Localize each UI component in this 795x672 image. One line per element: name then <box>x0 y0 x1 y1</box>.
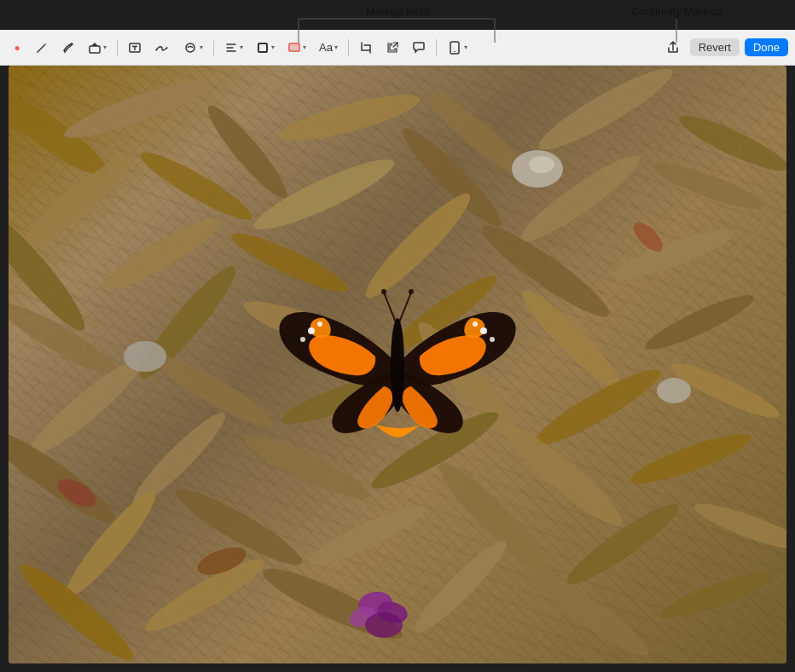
color-icon <box>287 41 301 55</box>
svg-point-51 <box>304 498 430 574</box>
separator-4 <box>436 39 437 56</box>
align-chevron: ▾ <box>240 43 243 51</box>
annotation-chevron: ▾ <box>200 43 203 51</box>
svg-point-48 <box>627 426 756 492</box>
crop-tool-button[interactable] <box>354 37 378 59</box>
border-tool-button[interactable]: ▾ <box>251 37 280 59</box>
svg-point-78 <box>391 318 404 412</box>
svg-point-28 <box>357 185 479 307</box>
svg-point-63 <box>124 341 166 372</box>
toolbar: ● ▾ <box>0 30 795 66</box>
resize-tool-button[interactable] <box>380 37 404 59</box>
window-control-button[interactable]: ● <box>7 37 27 59</box>
svg-point-37 <box>21 350 150 465</box>
resize-icon <box>386 41 399 55</box>
svg-rect-9 <box>290 44 299 50</box>
separator-1 <box>117 39 118 56</box>
svg-rect-7 <box>258 43 267 52</box>
svg-rect-4 <box>90 46 100 53</box>
continuity-chevron: ▾ <box>464 43 467 51</box>
text-icon <box>128 41 142 55</box>
marker-tool-button[interactable] <box>56 37 80 59</box>
marker-icon <box>61 41 75 55</box>
separator-2 <box>213 39 214 56</box>
share-button[interactable] <box>661 37 685 59</box>
separator-3 <box>348 39 349 56</box>
svg-point-24 <box>648 155 768 217</box>
color-chevron: ▾ <box>303 43 306 51</box>
svg-point-81 <box>381 289 386 294</box>
svg-point-82 <box>409 289 414 294</box>
annotation-tool-button[interactable]: ▾ <box>177 37 208 59</box>
svg-point-71 <box>365 612 403 638</box>
svg-point-6 <box>186 43 194 52</box>
svg-point-74 <box>300 337 305 342</box>
speech-bubble-icon <box>412 41 426 55</box>
shapes-chevron: ▾ <box>103 43 107 51</box>
svg-point-77 <box>490 337 495 342</box>
svg-point-60 <box>657 565 776 626</box>
svg-point-15 <box>276 86 423 150</box>
svg-line-79 <box>384 293 396 322</box>
scene-svg <box>9 66 786 663</box>
align-icon <box>224 41 238 55</box>
continuity-tool-button[interactable]: ▾ <box>442 37 473 59</box>
color-tool-button[interactable]: ▾ <box>282 37 311 59</box>
speech-bubble-tool-button[interactable] <box>407 37 431 59</box>
svg-point-27 <box>227 225 353 301</box>
svg-point-73 <box>317 322 322 327</box>
svg-point-54 <box>691 496 786 558</box>
photo-scene <box>9 66 786 663</box>
svg-point-76 <box>473 322 478 327</box>
border-chevron: ▾ <box>271 43 275 51</box>
svg-point-36 <box>641 287 758 358</box>
close-dot: ● <box>14 42 20 54</box>
svg-point-75 <box>480 327 487 334</box>
share-icon <box>666 41 680 55</box>
font-tool-button[interactable]: Aa ▾ <box>314 37 343 59</box>
image-canvas <box>9 66 786 663</box>
svg-point-17 <box>532 66 680 160</box>
svg-point-64 <box>657 378 691 403</box>
svg-line-80 <box>399 293 411 322</box>
continuity-markup-label: Continuity Markup <box>632 5 722 18</box>
svg-point-53 <box>560 495 686 594</box>
pen-icon <box>35 41 49 55</box>
pen-tool-button[interactable] <box>30 37 54 59</box>
svg-point-11 <box>454 50 456 52</box>
revert-button[interactable]: Revert <box>690 38 740 56</box>
shapes-tool-button[interactable]: ▾ <box>83 37 112 59</box>
done-button[interactable]: Done <box>745 38 788 56</box>
svg-point-13 <box>60 71 212 148</box>
svg-point-21 <box>248 149 400 240</box>
svg-point-45 <box>240 427 374 508</box>
annotation-icon <box>183 41 198 55</box>
crop-icon <box>359 41 373 55</box>
shapes-icon <box>88 41 102 55</box>
align-tool-button[interactable]: ▾ <box>219 37 248 59</box>
font-icon: Aa <box>319 41 333 54</box>
border-icon <box>256 41 270 55</box>
svg-point-18 <box>675 107 786 180</box>
font-chevron: ▾ <box>334 43 338 51</box>
continuity-icon <box>447 41 462 55</box>
svg-point-58 <box>407 533 514 640</box>
svg-point-62 <box>529 156 554 173</box>
text-tool-button[interactable] <box>123 37 147 59</box>
markup-tools-label: Markup tools <box>366 5 430 18</box>
sign-icon <box>154 41 170 55</box>
svg-point-30 <box>610 221 739 287</box>
svg-point-72 <box>308 327 315 334</box>
sign-tool-button[interactable] <box>149 37 175 59</box>
